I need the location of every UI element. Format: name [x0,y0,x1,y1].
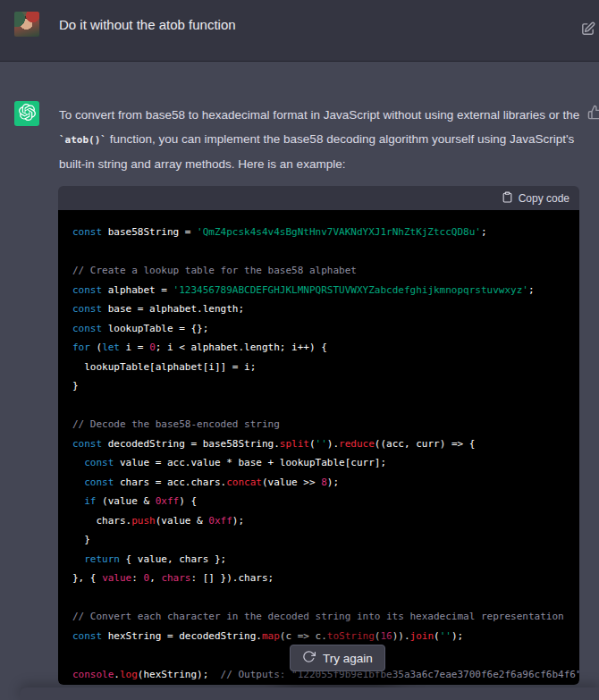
code-line: // Decode the base58-encoded string [72,415,579,434]
chat-window: Do it without the atob function To conve… [0,0,599,700]
code-line: const decodedString = base58String.split… [72,434,579,454]
code-line: } [72,376,579,396]
code-line: for (let i = 0; i < alphabet.length; i++… [72,338,579,358]
code-content: const base58String = 'QmZ4pcsk4s4v4sBgNt… [72,223,579,684]
code-line [72,588,579,608]
paragraph-text-after: function, you can implement the base58 d… [59,132,574,171]
user-message-text: Do it without the atob function [59,15,236,35]
user-message-row: Do it without the atob function [0,0,599,62]
assistant-avatar [14,101,39,126]
copy-code-label: Copy code [519,192,569,205]
try-again-button[interactable]: Try again [290,645,385,671]
code-line: // Convert each character in the decoded… [72,607,579,627]
code-line: // Create a lookup table for the base58 … [72,261,579,281]
code-line: }, { value: 0, chars: [] }).chars; [72,569,579,588]
user-avatar [14,12,39,37]
code-line: } [72,530,579,550]
edit-message-icon[interactable] [580,21,595,37]
code-line: if (value & 0xff) { [72,492,579,511]
code-body: const base58String = 'QmZ4pcsk4s4v4sBgNt… [58,210,579,685]
paragraph-text-before: To convert from base58 to hexadecimal fo… [59,108,579,122]
code-block-header: Copy code [58,186,579,210]
assistant-paragraph: To convert from base58 to hexadecimal fo… [59,103,585,176]
try-again-label: Try again [323,652,373,665]
code-line: lookupTable[alphabet[i]] = i; [72,358,579,377]
thumbs-up-icon[interactable] [587,105,599,120]
code-line: const hexString = decodedString.map(c =>… [72,627,579,646]
code-line: const lookupTable = {}; [72,319,579,339]
code-line: const base58String = 'QmZ4pcsk4s4v4sBgNt… [72,223,579,242]
code-line: const value = acc.value * base + lookupT… [72,453,579,473]
inline-code-atob: `atob()` [59,134,106,146]
code-line [72,242,579,262]
openai-logo-icon [19,104,36,124]
clipboard-icon [502,191,513,206]
code-line: const alphabet = '123456789ABCDEFGHJKLMN… [72,281,579,300]
code-line: const chars = acc.chars.concat(value >> … [72,473,579,493]
code-line: chars.push(value & 0xff); [72,511,579,531]
copy-code-button[interactable]: Copy code [502,191,569,206]
code-block: Copy code const base58String = 'QmZ4pcsk… [58,186,579,685]
code-line [72,396,579,416]
code-line: const base = alphabet.length; [72,299,579,319]
refresh-icon [302,650,316,666]
code-line: return { value, chars }; [72,550,579,569]
chat-input-bar[interactable] [20,687,599,700]
